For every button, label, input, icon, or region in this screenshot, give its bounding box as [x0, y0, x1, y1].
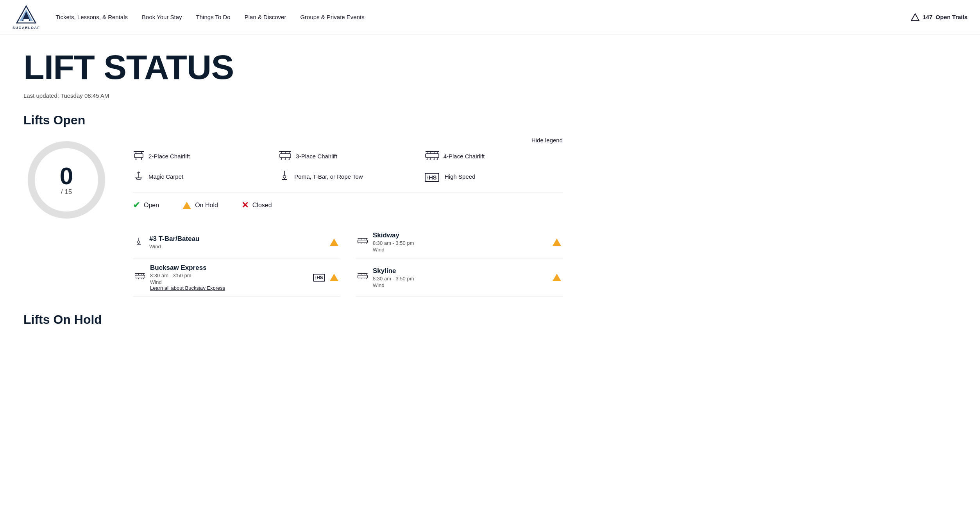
- legend-hs: |HS High Speed: [425, 170, 563, 183]
- mountain-triangle-icon: [911, 13, 919, 22]
- donut-center: 0 / 15: [60, 164, 73, 196]
- 4chair-icon: [425, 150, 440, 162]
- nav-links: Tickets, Lessons, & Rentals Book Your St…: [56, 14, 911, 20]
- lifts-on-hold-heading: Lifts On Hold: [23, 312, 563, 327]
- svg-point-49: [138, 241, 140, 243]
- bucksaw-hs-badge: |HS: [313, 274, 325, 282]
- 2chair-icon: [133, 150, 145, 162]
- legend-carpet-label: Magic Carpet: [148, 173, 183, 180]
- donut-chart: 0 / 15: [23, 137, 109, 223]
- skidway-hold-icon: [553, 239, 561, 246]
- svg-point-22: [281, 159, 282, 160]
- status-hold: On Hold: [182, 202, 218, 209]
- legend-carpet: Magic Carpet: [133, 170, 271, 183]
- svg-point-23: [285, 159, 286, 160]
- status-icons-row: ✔ Open On Hold ✕ Closed: [133, 192, 563, 218]
- svg-point-37: [433, 159, 435, 160]
- svg-point-45: [283, 176, 286, 178]
- lift-row-skidway: Skidway 8:30 am - 3:50 pm Wind: [356, 226, 563, 258]
- legend-hs-label: High Speed: [445, 173, 475, 180]
- skyline-name: Skyline: [373, 267, 414, 275]
- lift-row-skyline: Skyline 8:30 am - 3:50 pm Wind: [356, 258, 563, 297]
- legend-3chair: 3-Place Chairlift: [279, 150, 417, 162]
- skidway-info: Skidway 8:30 am - 3:50 pm Wind: [373, 231, 414, 253]
- 3chair-icon: [279, 150, 292, 162]
- open-trails-count: 147 Open Trails: [911, 13, 967, 22]
- svg-point-13: [141, 159, 142, 160]
- bucksaw-icon: [134, 272, 145, 283]
- tbar-icon: [134, 237, 145, 248]
- svg-point-36: [429, 159, 431, 160]
- tbar-sub: Wind: [149, 244, 200, 249]
- bucksaw-name: Bucksaw Express: [150, 264, 225, 272]
- groups-link[interactable]: Groups & Private Events: [300, 14, 364, 20]
- nav-right: 147 Open Trails: [911, 13, 967, 22]
- skidway-sub: Wind: [373, 247, 414, 253]
- svg-rect-3: [23, 19, 29, 21]
- legend-grid: 2-Place Chairlift: [133, 150, 563, 183]
- skidway-name: Skidway: [373, 231, 414, 239]
- bucksaw-link[interactable]: Learn all about Bucksaw Express: [150, 285, 225, 291]
- trails-number: 147: [923, 14, 932, 20]
- donut-total: / 15: [60, 188, 73, 196]
- skyline-info: Skyline 8:30 am - 3:50 pm Wind: [373, 267, 414, 288]
- plan-discover-link[interactable]: Plan & Discover: [245, 14, 286, 20]
- svg-rect-67: [135, 275, 145, 278]
- tbar-name: #3 T-Bar/Bateau: [149, 235, 200, 243]
- legend-poma-label: Poma, T-Bar, or Rope Tow: [294, 173, 363, 180]
- lift-row-left: Bucksaw Express 8:30 am - 3:50 pm Wind L…: [134, 264, 309, 291]
- closed-x-icon: ✕: [241, 200, 249, 210]
- skyline-hold-icon: [553, 274, 561, 281]
- lift-row-tbar: #3 T-Bar/Bateau Wind: [133, 226, 340, 258]
- svg-point-35: [426, 159, 427, 160]
- last-updated: Last updated: Tuesday 08:45 AM: [23, 92, 563, 99]
- hide-legend-link[interactable]: Hide legend: [531, 137, 563, 144]
- legend-section: Hide legend: [133, 137, 563, 297]
- bucksaw-info: Bucksaw Express 8:30 am - 3:50 pm Wind L…: [150, 264, 225, 291]
- book-stay-link[interactable]: Book Your Stay: [142, 14, 182, 20]
- legend-top: Hide legend: [133, 137, 563, 144]
- lifts-open-heading: Lifts Open: [23, 113, 563, 127]
- status-open-label: Open: [144, 202, 159, 209]
- poma-icon: [279, 170, 290, 183]
- logo-text: SUGARLOAF: [13, 26, 40, 30]
- lifts-layout: 0 / 15 Hide legend: [23, 137, 563, 297]
- page-title: LIFT STATUS: [23, 50, 563, 84]
- skidway-hours: 8:30 am - 3:50 pm: [373, 240, 414, 246]
- legend-4chair-label: 4-Place Chairlift: [444, 153, 485, 160]
- legend-4chair: 4-Place Chairlift: [425, 150, 563, 162]
- lift-row-left: Skyline 8:30 am - 3:50 pm Wind: [357, 267, 549, 288]
- skidway-icon: [357, 237, 368, 248]
- status-hold-label: On Hold: [195, 202, 218, 209]
- things-to-do-link[interactable]: Things To Do: [196, 14, 231, 20]
- main-content: LIFT STATUS Last updated: Tuesday 08:45 …: [0, 34, 586, 350]
- lift-row-left: Skidway 8:30 am - 3:50 pm Wind: [357, 231, 549, 253]
- skidway-status: [553, 239, 561, 246]
- svg-rect-9: [134, 154, 143, 158]
- trails-label: Open Trails: [935, 14, 967, 20]
- svg-point-24: [289, 159, 290, 160]
- tbar-status: [330, 239, 338, 246]
- hs-icon: |HS: [425, 171, 441, 182]
- svg-rect-77: [358, 275, 367, 278]
- tbar-hold-icon: [330, 239, 338, 246]
- lift-row-bucksaw: Bucksaw Express 8:30 am - 3:50 pm Wind L…: [133, 258, 340, 297]
- skyline-sub: Wind: [373, 282, 414, 288]
- tickets-link[interactable]: Tickets, Lessons, & Rentals: [56, 14, 128, 20]
- legend-2chair-label: 2-Place Chairlift: [148, 153, 190, 160]
- donut-number: 0: [60, 164, 73, 188]
- svg-marker-4: [911, 14, 919, 21]
- logo[interactable]: SUGARLOAF: [13, 5, 40, 30]
- hold-triangle-icon: [182, 202, 191, 209]
- skyline-icon: [357, 272, 368, 283]
- carpet-icon: [133, 170, 145, 183]
- skyline-status: [553, 274, 561, 281]
- svg-point-43: [136, 178, 141, 179]
- lift-info: #3 T-Bar/Bateau Wind: [149, 235, 200, 249]
- open-check-icon: ✔: [133, 200, 140, 210]
- svg-rect-30: [426, 154, 439, 158]
- status-open: ✔ Open: [133, 200, 159, 210]
- legend-3chair-label: 3-Place Chairlift: [296, 153, 337, 160]
- status-closed: ✕ Closed: [241, 200, 272, 210]
- bucksaw-status: |HS: [313, 274, 338, 282]
